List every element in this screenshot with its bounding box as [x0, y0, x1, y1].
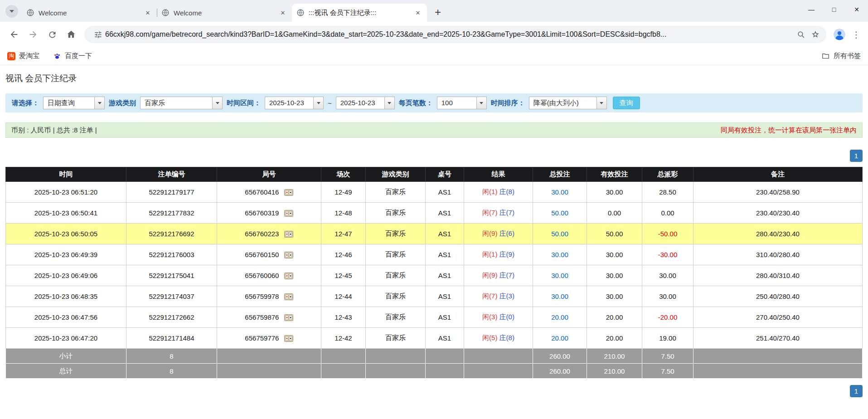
window-maximize-button[interactable]: □: [823, 0, 845, 19]
subtotal-total-bet: 260.00: [533, 349, 587, 364]
header-game-type: 游戏类别: [366, 167, 426, 182]
cell-total-bet[interactable]: 20.00: [533, 307, 587, 328]
header-total-bet: 总投注: [533, 167, 587, 182]
cell-result: 闲(3) 庄(0): [464, 307, 533, 328]
cell-table-no: AS1: [426, 328, 464, 349]
table-row: 2025-10-23 06:50:05 522912176692 6567602…: [6, 224, 863, 244]
cell-table-no: AS1: [426, 203, 464, 224]
bookmark-label: 百度一下: [65, 52, 92, 60]
search-button[interactable]: 查询: [613, 97, 640, 109]
cell-result: 闲(9) 庄(6): [464, 224, 533, 244]
url-text[interactable]: 66cxkj98.com/game/betrecord_search/kind3…: [105, 30, 794, 39]
tab-welcome-2[interactable]: Welcome ✕: [157, 4, 292, 22]
cell-note: 251.40/270.40: [693, 328, 863, 349]
page-1-button[interactable]: 1: [850, 385, 863, 397]
url-bar[interactable]: 66cxkj98.com/game/betrecord_search/kind3…: [84, 26, 826, 43]
date-separator: ~: [328, 99, 332, 107]
cell-session: 12-47: [321, 224, 366, 244]
cell-bet-id: 522912176692: [126, 224, 217, 244]
cell-bet-id: 522912171484: [126, 328, 217, 349]
cell-payout: -20.00: [642, 307, 693, 328]
chevron-down-icon[interactable]: [476, 97, 486, 109]
result-player: 闲(3): [482, 313, 497, 321]
round-detail-icon[interactable]: [284, 252, 293, 258]
round-detail-icon[interactable]: [284, 210, 293, 217]
date-start-select[interactable]: 2025-10-23: [265, 97, 324, 109]
total-payout: 7.50: [642, 364, 693, 379]
cell-bet-id: 522912174037: [126, 286, 217, 307]
cell-bet-id: 522912175041: [126, 265, 217, 286]
header-round: 局号: [217, 167, 321, 182]
home-button[interactable]: [63, 26, 79, 43]
back-button[interactable]: [6, 26, 22, 43]
cell-total-bet[interactable]: 30.00: [533, 182, 587, 203]
tab-close-icon[interactable]: ✕: [278, 8, 287, 17]
round-detail-icon[interactable]: [284, 314, 293, 321]
chevron-down-icon[interactable]: [212, 97, 222, 109]
taobao-icon: 淘: [7, 52, 15, 60]
tab-bet-records[interactable]: :::视讯 会员下注纪录::: ✕: [292, 4, 427, 22]
browser-toolbar: 66cxkj98.com/game/betrecord_search/kind3…: [0, 22, 868, 47]
select-type-label: 请选择：: [12, 99, 39, 107]
chevron-down-icon[interactable]: [384, 97, 394, 109]
cell-valid-bet: 30.00: [587, 265, 642, 286]
browser-menu-icon[interactable]: ⋮: [849, 27, 863, 42]
cell-total-bet[interactable]: 30.00: [533, 286, 587, 307]
round-detail-icon[interactable]: [284, 273, 293, 279]
zoom-icon[interactable]: [794, 27, 808, 42]
game-type-select[interactable]: 百家乐: [140, 97, 223, 109]
sort-select[interactable]: 降幂(由大到小): [529, 97, 607, 109]
profile-avatar[interactable]: [832, 27, 847, 42]
pagination-bottom: 1: [5, 385, 863, 397]
window-minimize-button[interactable]: —: [800, 0, 823, 19]
date-end-select[interactable]: 2025-10-23: [336, 97, 395, 109]
header-table-no: 桌号: [426, 167, 464, 182]
cell-payout: 30.00: [642, 265, 693, 286]
cell-payout: 19.00: [642, 328, 693, 349]
cell-total-bet[interactable]: 20.00: [533, 328, 587, 349]
cell-note: 280.40/310.40: [693, 265, 863, 286]
cell-valid-bet: 30.00: [587, 182, 642, 203]
cell-table-no: AS1: [426, 224, 464, 244]
tab-welcome-1[interactable]: Welcome ✕: [22, 4, 157, 22]
result-player: 闲(9): [482, 271, 497, 279]
round-detail-icon[interactable]: [284, 335, 293, 342]
forward-button[interactable]: [25, 26, 41, 43]
round-detail-icon[interactable]: [284, 231, 293, 238]
window-controls: — □ ✕: [800, 0, 868, 19]
round-detail-icon[interactable]: [284, 293, 293, 300]
tab-close-icon[interactable]: ✕: [413, 8, 422, 17]
page-1-button[interactable]: 1: [850, 150, 863, 162]
subtotal-payout: 7.50: [642, 349, 693, 364]
table-row: 2025-10-23 06:50:41 522912177832 6567603…: [6, 203, 863, 224]
cell-time: 2025-10-23 06:50:05: [6, 224, 126, 244]
all-bookmarks-button[interactable]: 所有书签: [821, 52, 861, 60]
table-header-row: 时间 注单编号 局号 场次 游戏类别 桌号 结果 总投注 有效投注 总派彩 备注: [6, 167, 863, 182]
tab-label: Welcome: [39, 9, 139, 17]
cell-total-bet[interactable]: 50.00: [533, 203, 587, 224]
bookmark-star-icon[interactable]: [808, 27, 823, 42]
chevron-down-icon[interactable]: [94, 97, 104, 109]
window-close-button[interactable]: ✕: [845, 0, 868, 19]
cell-round: 656759776: [217, 328, 321, 349]
cell-total-bet[interactable]: 30.00: [533, 265, 587, 286]
chevron-down-icon[interactable]: [596, 97, 606, 109]
site-info-icon[interactable]: [91, 27, 105, 42]
bookmark-baidu[interactable]: 百度一下: [53, 52, 92, 60]
new-tab-button[interactable]: +: [431, 5, 445, 19]
reload-button[interactable]: [44, 26, 60, 43]
round-detail-icon[interactable]: [284, 189, 293, 196]
result-banker: 庄(8): [499, 334, 514, 341]
cell-total-bet[interactable]: 50.00: [533, 224, 587, 244]
query-type-select[interactable]: 日期查询: [43, 97, 105, 109]
bookmark-taobao[interactable]: 淘 爱淘宝: [7, 52, 39, 60]
cell-total-bet[interactable]: 30.00: [533, 244, 587, 265]
tab-search-button[interactable]: [5, 5, 18, 18]
page-size-select[interactable]: 100: [437, 97, 487, 109]
total-label: 总计: [6, 364, 126, 379]
cell-note: 280.40/230.40: [693, 224, 863, 244]
chevron-down-icon[interactable]: [313, 97, 323, 109]
cell-note: 230.40/258.90: [693, 182, 863, 203]
page-content: 视讯 会员下注纪录 请选择： 日期查询 游戏类别 百家乐 时间区间： 2025-…: [0, 65, 868, 397]
tab-close-icon[interactable]: ✕: [143, 8, 152, 17]
